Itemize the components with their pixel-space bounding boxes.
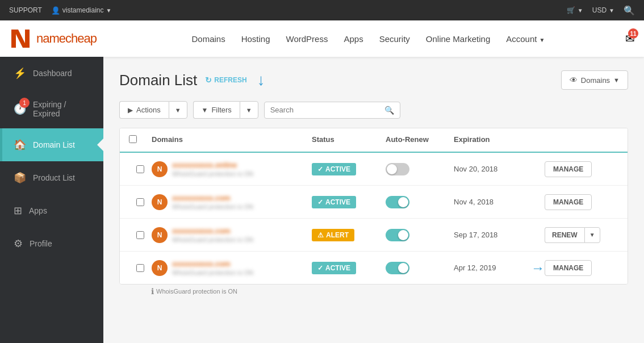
auto-renew-toggle[interactable]: [386, 229, 409, 241]
sidebar-label-expiring: Expiring / Expired: [33, 100, 92, 118]
renew-split-button[interactable]: RENEW ▼: [545, 227, 618, 243]
row-checkbox[interactable]: [136, 231, 144, 239]
actions-button[interactable]: ▶ Actions: [119, 101, 169, 119]
header-right: ✉ 11: [625, 32, 635, 45]
nav-wordpress[interactable]: WordPress: [286, 34, 328, 44]
sidebar-item-dashboard[interactable]: ⚡ Dashboard: [0, 57, 103, 90]
filters-dropdown-arrow[interactable]: ▼: [240, 101, 258, 119]
mail-icon-wrap[interactable]: ✉ 11: [625, 32, 635, 45]
manage-button[interactable]: MANAGE: [545, 260, 592, 276]
renew-button[interactable]: RENEW: [545, 227, 584, 243]
action-cell: MANAGE: [545, 161, 618, 177]
check-icon: ✓: [317, 165, 323, 173]
sidebar-label-profile: Profile: [30, 239, 52, 248]
sidebar-label-product-list: Product List: [33, 173, 75, 182]
col-auto-renew: Auto-Renew: [386, 135, 454, 145]
col-domains: Domains: [152, 135, 312, 145]
actions-split-button[interactable]: ▶ Actions ▼: [119, 101, 187, 119]
cart-icon[interactable]: 🛒 ▼: [567, 6, 583, 14]
domain-avatar: N: [152, 260, 168, 276]
row-checkbox[interactable]: [136, 198, 144, 206]
row-checkbox[interactable]: [136, 264, 144, 272]
row-checkbox-wrap: [129, 231, 152, 239]
table-row: N xxxxxxxxxx.com WhoisGuard protection i…: [120, 252, 628, 284]
nav-domains[interactable]: Domains: [191, 34, 225, 44]
toggle-thumb: [387, 164, 397, 174]
domains-button[interactable]: 👁 Domains ▼: [561, 70, 628, 90]
currency-selector[interactable]: USD ▼: [592, 6, 614, 14]
domain-info: N xxxxxxxxxx.com WhoisGuard protection i…: [152, 227, 312, 243]
layout: ⚡ Dashboard 🕐 1 Expiring / Expired 🏠 Dom…: [0, 57, 644, 343]
col-expiration: Expiration: [454, 135, 545, 145]
main-nav: Domains Hosting WordPress Apps Security …: [111, 34, 625, 44]
row-checkbox-wrap: [129, 198, 152, 206]
toggle-thumb: [398, 197, 408, 207]
nav-online-marketing[interactable]: Online Marketing: [426, 34, 490, 44]
whoisguard-note: ℹ WhoisGuard protection is ON: [119, 285, 628, 303]
table-row: N xxxxxxxxxx.com WhoisGuard protection i…: [120, 219, 628, 252]
sidebar-item-expiring[interactable]: 🕐 1 Expiring / Expired: [0, 90, 103, 128]
toggle-thumb: [398, 230, 408, 240]
nav-hosting[interactable]: Hosting: [241, 34, 270, 44]
arrow-indicator-1: ↓: [257, 71, 265, 89]
refresh-icon: ↻: [205, 76, 212, 85]
auto-renew-toggle[interactable]: [386, 196, 409, 208]
filters-split-button[interactable]: ▼ Filters ▼: [193, 101, 258, 119]
auto-renew-toggle[interactable]: [386, 163, 409, 175]
status-badge: ✓ ACTIVE: [312, 196, 356, 208]
table-header: Domains Status Auto-Renew Expiration: [120, 128, 628, 153]
domain-sub: WhoisGuard protection is ON: [172, 269, 253, 276]
col-checkbox: [129, 135, 152, 145]
status-cell: ⚠ ALERT: [312, 229, 386, 241]
filter-icon: ▼: [202, 106, 208, 114]
domain-name: xxxxxxxxxx.com: [172, 194, 253, 202]
action-cell: MANAGE →: [545, 260, 618, 276]
nav-security[interactable]: Security: [379, 34, 410, 44]
sidebar-label-domain-list: Domain List: [33, 140, 75, 149]
domain-name: xxxxxxxxxx.online: [172, 161, 253, 169]
table-row: N xxxxxxxxxx.online WhoisGuard protectio…: [120, 153, 628, 186]
renew-dropdown-arrow[interactable]: ▼: [584, 227, 600, 243]
chevron-down-icon: ▼: [613, 77, 620, 83]
expiring-badge: 1: [19, 98, 30, 108]
nav-account[interactable]: Account ▼: [506, 34, 545, 44]
search-wrap: 🔍: [264, 102, 400, 119]
mail-badge: 11: [628, 28, 638, 39]
sidebar-item-domain-list[interactable]: 🏠 Domain List: [0, 128, 103, 161]
support-link[interactable]: SUPPORT: [9, 6, 42, 14]
filters-button[interactable]: ▼ Filters: [193, 101, 240, 119]
play-icon: ▶: [128, 106, 133, 114]
sidebar-item-apps[interactable]: ⊞ Apps: [0, 194, 103, 227]
gear-icon: ⚙: [14, 237, 23, 250]
search-icon[interactable]: 🔍: [624, 5, 635, 16]
domain-info: N xxxxxxxxxx.com WhoisGuard protection i…: [152, 194, 312, 210]
auto-renew-cell: [386, 229, 454, 241]
select-all-checkbox[interactable]: [129, 135, 137, 143]
page-header: Domain List ↻ REFRESH ↓ 👁 Domains ▼: [119, 70, 628, 90]
nav-apps[interactable]: Apps: [344, 34, 363, 44]
expiry-date: Nov 20, 2018: [454, 165, 545, 173]
actions-dropdown-arrow[interactable]: ▼: [169, 101, 187, 119]
warning-icon: ⚠: [317, 231, 324, 239]
logo-icon: [9, 27, 32, 50]
user-menu[interactable]: 👤 vistamediainc ▼: [51, 6, 112, 15]
expiry-date: Sep 17, 2018: [454, 231, 545, 239]
domain-avatar: N: [152, 194, 168, 210]
search-input[interactable]: [270, 106, 381, 114]
sidebar-item-profile[interactable]: ⚙ Profile: [0, 227, 103, 260]
sidebar-label-apps: Apps: [29, 206, 47, 215]
sidebar-item-product-list[interactable]: 📦 Product List: [0, 161, 103, 194]
check-icon: ✓: [317, 264, 323, 272]
manage-button[interactable]: MANAGE: [545, 161, 592, 177]
toggle-thumb: [398, 263, 408, 273]
auto-renew-toggle[interactable]: [386, 262, 409, 274]
manage-button[interactable]: MANAGE: [545, 194, 592, 210]
row-checkbox[interactable]: [136, 165, 144, 173]
top-bar-right: 🛒 ▼ USD ▼ 🔍: [567, 5, 635, 16]
action-cell: RENEW ▼: [545, 227, 618, 243]
apps-icon: ⊞: [14, 204, 22, 217]
check-icon: ✓: [317, 198, 323, 206]
refresh-button[interactable]: ↻ REFRESH: [205, 76, 246, 85]
logo-text: namecheap: [36, 31, 97, 46]
action-cell: MANAGE: [545, 194, 618, 210]
